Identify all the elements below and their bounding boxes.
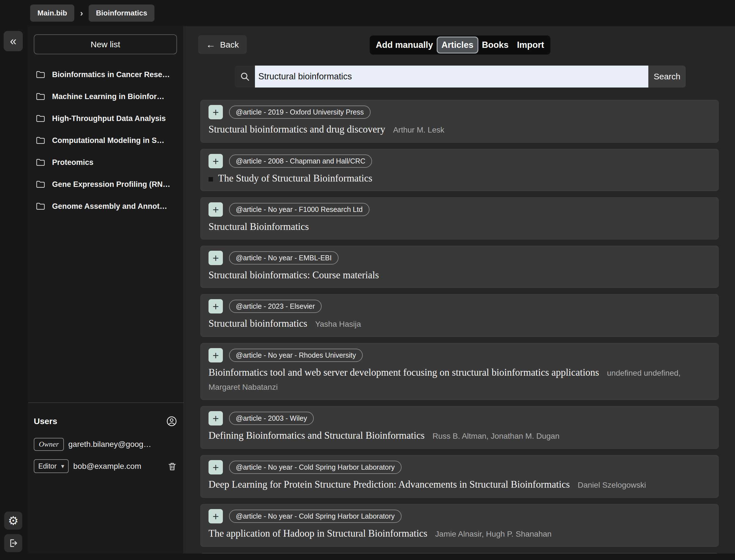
folder-label: Proteomics	[52, 158, 93, 167]
back-button[interactable]: ← Back	[198, 35, 247, 54]
add-user-button[interactable]	[166, 416, 177, 427]
result-tag: @article - No year - Rhodes University	[229, 349, 363, 362]
result-title: Structural bioinformatics	[209, 318, 307, 329]
add-result-button[interactable]: +	[209, 460, 223, 474]
result-tag: @article - 2023 - Elsevier	[229, 300, 322, 313]
result-card: + @article - 2008 - Chapman and Hall/CRC…	[200, 149, 719, 191]
result-card: + @article - 2019 - Oxford University Pr…	[200, 100, 719, 143]
result-tag: @article - 2008 - Chapman and Hall/CRC	[229, 154, 372, 168]
tab-articles[interactable]: Articles	[438, 37, 478, 53]
result-tag: @article - 2019 - Oxford University Pres…	[229, 106, 371, 119]
trash-icon	[167, 462, 177, 471]
sidebar-folder-item[interactable]: Computational Modeling in S…	[28, 129, 184, 151]
result-card: + @article - No year - Cold Spring Harbo…	[200, 455, 719, 498]
sidebar-folder-item[interactable]: Genome Assembly and Annot…	[28, 195, 184, 217]
folder-label: Machine Learning in Bioinfor…	[52, 92, 164, 101]
editor-email: bob@example.com	[73, 462, 141, 471]
result-tag: @article - 2003 - Wiley	[229, 412, 314, 425]
user-row-owner: Owner gareth.bilaney@goog…	[34, 438, 177, 451]
folder-icon	[36, 136, 45, 145]
result-authors: Arthur M. Lesk	[393, 126, 444, 134]
search-icon	[240, 71, 250, 82]
result-card: + @article - No year - F1000 Research Lt…	[200, 197, 719, 239]
search-bar: Search	[235, 66, 686, 88]
bullet-square-icon	[209, 177, 213, 182]
result-card: + @article - No year - Cold Spring Harbo…	[200, 504, 719, 547]
folder-label: Bioinformatics in Cancer Rese…	[52, 70, 170, 79]
main-content: ← Back Add manuallyArticlesBooksImport S…	[185, 26, 735, 554]
sidebar-folder-item[interactable]: Machine Learning in Bioinfor…	[28, 86, 184, 107]
result-title: Structural Bioinformatics	[209, 221, 309, 232]
breadcrumb-chevron-icon: ›	[80, 8, 83, 18]
sidebar-folder-item[interactable]: Gene Expression Profiling (RN…	[28, 173, 184, 195]
sidebar-divider	[28, 402, 184, 403]
results-list: + @article - 2019 - Oxford University Pr…	[200, 100, 719, 554]
breadcrumb-main-bib[interactable]: Main.bib	[30, 5, 74, 22]
add-result-button[interactable]: +	[209, 348, 223, 362]
add-result-button[interactable]: +	[209, 509, 223, 523]
tabs: Add manuallyArticlesBooksImport	[369, 35, 550, 55]
result-card: + @article - No year - EMBL-EBI Structur…	[200, 246, 719, 288]
folder-icon	[36, 202, 45, 210]
result-title: The Study of Structural Bioinformatics	[218, 173, 372, 184]
result-authors: Jamie Alnasir, Hugh P. Shanahan	[435, 530, 552, 538]
tab-import[interactable]: Import	[513, 37, 548, 53]
sidebar-folder-item[interactable]: High-Throughput Data Analysis	[28, 107, 184, 129]
folder-icon	[36, 92, 45, 101]
folder-label: Gene Expression Profiling (RN…	[52, 180, 170, 189]
owner-role-badge: Owner	[34, 438, 64, 451]
delete-user-button[interactable]	[167, 462, 177, 471]
logout-icon	[8, 538, 18, 548]
new-list-button[interactable]: New list	[34, 34, 177, 54]
sidebar: New list Bioinformatics in Cancer Rese… …	[28, 26, 184, 554]
gear-icon: ⚙	[8, 514, 19, 528]
add-result-button[interactable]: +	[209, 299, 223, 313]
user-circle-icon	[166, 416, 177, 427]
folder-icon	[36, 180, 45, 189]
add-result-button[interactable]: +	[209, 251, 223, 265]
result-tag: @article - No year - Cold Spring Harbor …	[229, 461, 402, 474]
add-result-button[interactable]: +	[209, 154, 223, 168]
result-card: + @article - 2003 - Wiley Defining Bioin…	[200, 406, 719, 449]
result-card: + @article - 2023 - Elsevier Structural …	[200, 294, 719, 337]
result-title: Defining Bioinformatics and Structural B…	[209, 430, 425, 441]
owner-email: gareth.bilaney@goog…	[68, 440, 151, 449]
result-title: Deep Learning for Protein Structure Pred…	[209, 479, 570, 490]
search-icon-box	[235, 66, 255, 88]
result-title: Structural bioinformatics and drug disco…	[209, 124, 385, 135]
result-authors: Daniel Szelogowski	[578, 481, 646, 489]
back-label: Back	[220, 40, 239, 50]
result-authors: Yasha Hasija	[315, 320, 361, 328]
logout-button[interactable]	[4, 534, 22, 552]
folder-label: Computational Modeling in S…	[52, 136, 164, 145]
sidebar-folder-item[interactable]: Bioinformatics in Cancer Rese…	[28, 64, 184, 86]
add-result-button[interactable]: +	[209, 202, 223, 217]
result-tag: @article - No year - EMBL-EBI	[229, 251, 339, 265]
search-button[interactable]: Search	[648, 66, 686, 88]
add-result-button[interactable]: +	[209, 105, 223, 119]
users-heading: Users	[34, 416, 57, 426]
tab-books[interactable]: Books	[478, 37, 512, 53]
collapse-sidebar-button[interactable]: «	[4, 31, 23, 51]
folder-list: Bioinformatics in Cancer Rese… Machine L…	[28, 64, 184, 217]
breadcrumb: Main.bib › Bioinformatics	[30, 5, 154, 22]
sidebar-folder-item[interactable]: Proteomics	[28, 151, 184, 173]
folder-label: Genome Assembly and Annot…	[52, 202, 167, 211]
result-title: The application of Hadoop in Structural …	[209, 528, 427, 539]
add-result-button[interactable]: +	[209, 411, 223, 425]
user-row-editor: Editor ▾ bob@example.com	[34, 459, 177, 473]
editor-role-label: Editor	[38, 462, 57, 470]
folder-label: High-Throughput Data Analysis	[52, 114, 166, 123]
folder-icon	[36, 114, 45, 123]
result-card: +	[200, 553, 719, 554]
editor-role-select[interactable]: Editor ▾	[34, 459, 69, 473]
result-authors: Russ B. Altman, Jonathan M. Dugan	[433, 432, 559, 440]
result-card: + @article - No year - Rhodes University…	[200, 343, 719, 400]
back-arrow-icon: ←	[206, 39, 216, 50]
tab-add-manually[interactable]: Add manually	[372, 37, 437, 53]
search-input[interactable]	[255, 66, 648, 88]
result-title: Structural bioinformatics: Course materi…	[209, 270, 379, 281]
breadcrumb-bioinformatics[interactable]: Bioinformatics	[89, 5, 154, 22]
settings-button[interactable]: ⚙	[4, 512, 22, 530]
result-title: Bioinformatics tool and web server devel…	[209, 367, 599, 378]
